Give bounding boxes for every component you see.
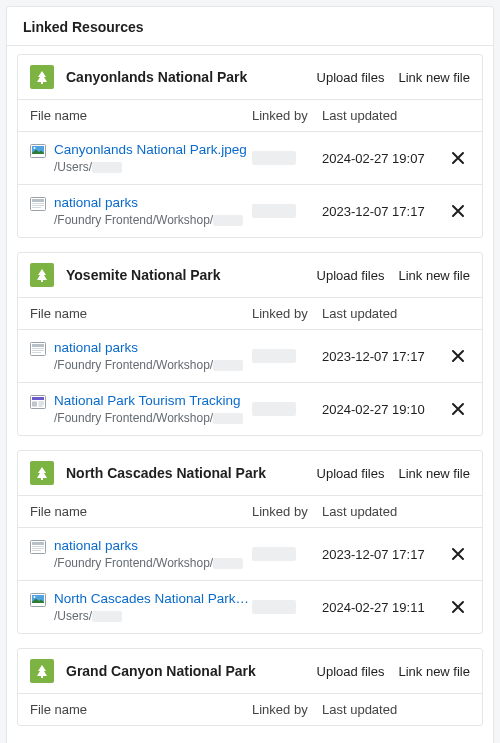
col-lastupdated-header: Last updated bbox=[322, 504, 446, 519]
upload-files-button[interactable]: Upload files bbox=[317, 268, 385, 283]
col-filename-header: File name bbox=[30, 306, 252, 321]
resource-link[interactable]: national parks bbox=[54, 538, 252, 553]
section-title: Yosemite National Park bbox=[66, 267, 317, 283]
file-type-icon bbox=[30, 342, 46, 356]
section-actions: Upload filesLink new file bbox=[317, 268, 470, 283]
resource-section: Grand Canyon National ParkUpload filesLi… bbox=[17, 648, 483, 726]
col-lastupdated-header: Last updated bbox=[322, 108, 446, 123]
redacted-path-segment bbox=[213, 360, 243, 371]
file-type-icon bbox=[30, 593, 46, 607]
col-linkedby-header: Linked by bbox=[252, 702, 322, 717]
link-new-file-button[interactable]: Link new file bbox=[398, 70, 470, 85]
section-actions: Upload filesLink new file bbox=[317, 70, 470, 85]
col-lastupdated-header: Last updated bbox=[322, 702, 446, 717]
section-header: Canyonlands National ParkUpload filesLin… bbox=[18, 55, 482, 99]
resource-row: national parks/Foundry Frontend/Workshop… bbox=[18, 527, 482, 580]
resource-link[interactable]: national parks bbox=[54, 195, 252, 210]
resource-row: national parks/Foundry Frontend/Workshop… bbox=[18, 329, 482, 382]
redacted-user bbox=[252, 204, 296, 218]
last-updated-cell: 2023-12-07 17:17 bbox=[322, 204, 446, 219]
panel-title: Linked Resources bbox=[7, 7, 493, 46]
resource-section: Canyonlands National ParkUpload filesLin… bbox=[17, 54, 483, 238]
linked-by-cell bbox=[252, 402, 322, 416]
file-type-icon bbox=[30, 395, 46, 409]
resource-link[interactable]: national parks bbox=[54, 340, 252, 355]
resource-path: /Users/ bbox=[54, 609, 252, 623]
resource-main: national parks/Foundry Frontend/Workshop… bbox=[54, 538, 252, 570]
last-updated-cell: 2023-12-07 17:17 bbox=[322, 349, 446, 364]
upload-files-button[interactable]: Upload files bbox=[317, 664, 385, 679]
redacted-path-segment bbox=[92, 162, 122, 173]
resource-row: national parks/Foundry Frontend/Workshop… bbox=[18, 184, 482, 237]
resource-path: /Foundry Frontend/Workshop/ bbox=[54, 213, 252, 227]
section-header: Grand Canyon National ParkUpload filesLi… bbox=[18, 649, 482, 693]
resource-main: Canyonlands National Park.jpeg/Users/ bbox=[54, 142, 252, 174]
resource-link[interactable]: National Park Tourism Tracking bbox=[54, 393, 252, 408]
remove-link-button[interactable] bbox=[446, 401, 470, 417]
col-linkedby-header: Linked by bbox=[252, 306, 322, 321]
section-title: Grand Canyon National Park bbox=[66, 663, 317, 679]
last-updated-cell: 2024-02-27 19:07 bbox=[322, 151, 446, 166]
linked-by-cell bbox=[252, 349, 322, 363]
resource-link[interactable]: Canyonlands National Park.jpeg bbox=[54, 142, 252, 157]
upload-files-button[interactable]: Upload files bbox=[317, 70, 385, 85]
redacted-path-segment bbox=[213, 215, 243, 226]
redacted-user bbox=[252, 349, 296, 363]
remove-link-button[interactable] bbox=[446, 546, 470, 562]
resource-section: North Cascades National ParkUpload files… bbox=[17, 450, 483, 634]
park-tree-icon bbox=[30, 65, 54, 89]
redacted-user bbox=[252, 151, 296, 165]
section-title: Canyonlands National Park bbox=[66, 69, 317, 85]
park-tree-icon bbox=[30, 263, 54, 287]
redacted-user bbox=[252, 600, 296, 614]
redacted-path-segment bbox=[92, 611, 122, 622]
col-filename-header: File name bbox=[30, 702, 252, 717]
link-new-file-button[interactable]: Link new file bbox=[398, 664, 470, 679]
resource-link[interactable]: North Cascades National Park.jpeg bbox=[54, 591, 252, 606]
col-filename-header: File name bbox=[30, 504, 252, 519]
link-new-file-button[interactable]: Link new file bbox=[398, 466, 470, 481]
resource-row: Canyonlands National Park.jpeg/Users/202… bbox=[18, 131, 482, 184]
resource-row: North Cascades National Park.jpeg/Users/… bbox=[18, 580, 482, 633]
column-header-row: File nameLinked byLast updated bbox=[18, 495, 482, 527]
link-new-file-button[interactable]: Link new file bbox=[398, 268, 470, 283]
upload-files-button[interactable]: Upload files bbox=[317, 466, 385, 481]
remove-link-button[interactable] bbox=[446, 150, 470, 166]
resource-main: national parks/Foundry Frontend/Workshop… bbox=[54, 195, 252, 227]
file-type-icon bbox=[30, 540, 46, 554]
resource-row: National Park Tourism Tracking/Foundry F… bbox=[18, 382, 482, 435]
resource-section: Yosemite National ParkUpload filesLink n… bbox=[17, 252, 483, 436]
section-title: North Cascades National Park bbox=[66, 465, 317, 481]
resource-main: national parks/Foundry Frontend/Workshop… bbox=[54, 340, 252, 372]
column-header-row: File nameLinked byLast updated bbox=[18, 99, 482, 131]
col-lastupdated-header: Last updated bbox=[322, 306, 446, 321]
linked-by-cell bbox=[252, 547, 322, 561]
redacted-user bbox=[252, 547, 296, 561]
redacted-path-segment bbox=[213, 413, 243, 424]
file-type-icon bbox=[30, 144, 46, 158]
col-linkedby-header: Linked by bbox=[252, 108, 322, 123]
column-header-row: File nameLinked byLast updated bbox=[18, 693, 482, 725]
resource-main: National Park Tourism Tracking/Foundry F… bbox=[54, 393, 252, 425]
resource-path: /Users/ bbox=[54, 160, 252, 174]
resource-path: /Foundry Frontend/Workshop/ bbox=[54, 556, 252, 570]
last-updated-cell: 2024-02-27 19:10 bbox=[322, 402, 446, 417]
linked-by-cell bbox=[252, 600, 322, 614]
resource-path: /Foundry Frontend/Workshop/ bbox=[54, 358, 252, 372]
file-type-icon bbox=[30, 197, 46, 211]
column-header-row: File nameLinked byLast updated bbox=[18, 297, 482, 329]
redacted-path-segment bbox=[213, 558, 243, 569]
redacted-user bbox=[252, 402, 296, 416]
section-actions: Upload filesLink new file bbox=[317, 664, 470, 679]
remove-link-button[interactable] bbox=[446, 203, 470, 219]
linked-by-cell bbox=[252, 151, 322, 165]
resource-path: /Foundry Frontend/Workshop/ bbox=[54, 411, 252, 425]
section-actions: Upload filesLink new file bbox=[317, 466, 470, 481]
park-tree-icon bbox=[30, 659, 54, 683]
remove-link-button[interactable] bbox=[446, 599, 470, 615]
section-header: Yosemite National ParkUpload filesLink n… bbox=[18, 253, 482, 297]
last-updated-cell: 2023-12-07 17:17 bbox=[322, 547, 446, 562]
last-updated-cell: 2024-02-27 19:11 bbox=[322, 600, 446, 615]
remove-link-button[interactable] bbox=[446, 348, 470, 364]
col-linkedby-header: Linked by bbox=[252, 504, 322, 519]
